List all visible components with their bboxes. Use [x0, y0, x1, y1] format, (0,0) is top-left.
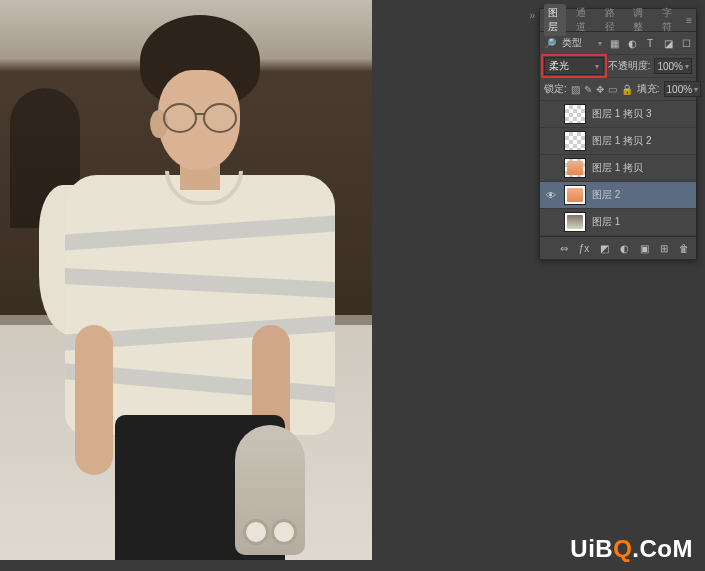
lock-all-icon[interactable]: 🔒: [621, 83, 633, 95]
visibility-toggle[interactable]: 👁: [544, 215, 558, 229]
watermark: UiBQ.CoM: [570, 535, 693, 563]
layer-list: 👁 图层 1 拷贝 3 👁 图层 1 拷贝 2 👁 图层 1 拷贝 👁 图层 2: [540, 101, 696, 236]
layer-name[interactable]: 图层 2: [592, 188, 692, 202]
filter-adjust-icon[interactable]: ◐: [626, 37, 638, 49]
lock-artboard-icon[interactable]: ▭: [608, 83, 617, 95]
opacity-value: 100%: [657, 61, 683, 72]
blend-mode-select[interactable]: 柔光 ▾: [544, 57, 604, 75]
opacity-input[interactable]: 100% ▾: [654, 58, 692, 74]
layer-row[interactable]: 👁 图层 1 拷贝: [540, 155, 696, 182]
photo-subject: [45, 15, 345, 555]
blend-opacity-row: 柔光 ▾ 不透明度: 100% ▾: [540, 55, 696, 78]
filter-text-icon[interactable]: T: [644, 37, 656, 49]
layer-row[interactable]: 👁 图层 1 拷贝 2: [540, 128, 696, 155]
layer-row[interactable]: 👁 图层 2: [540, 182, 696, 209]
lock-brush-icon[interactable]: ✎: [584, 83, 592, 95]
chevron-down-icon: ▾: [694, 85, 698, 94]
layer-row[interactable]: 👁 图层 1 拷贝 3: [540, 101, 696, 128]
lock-fill-row: 锁定: ▨ ✎ ✥ ▭ 🔒 填充: 100% ▾: [540, 78, 696, 101]
lock-position-icon[interactable]: ✥: [596, 83, 604, 95]
new-icon[interactable]: ⊞: [658, 242, 670, 254]
visibility-toggle[interactable]: 👁: [544, 134, 558, 148]
photo-glasses: [163, 103, 237, 129]
panel-tabs: 图层 通道 路径 调整 字符 ≡: [540, 9, 696, 32]
filter-pixel-icon[interactable]: ▦: [608, 37, 620, 49]
panel-menu-icon[interactable]: ≡: [686, 15, 692, 26]
blend-mode-value: 柔光: [549, 59, 569, 73]
panel-collapse-icon[interactable]: »: [529, 10, 535, 21]
watermark-text-2: .CoM: [632, 535, 693, 562]
tab-paths[interactable]: 路径: [601, 4, 623, 36]
visibility-toggle[interactable]: 👁: [544, 188, 558, 202]
layer-name[interactable]: 图层 1 拷贝: [592, 161, 692, 175]
filter-type-label: 类型: [562, 36, 582, 50]
layer-thumbnail[interactable]: [564, 185, 586, 205]
adjust-icon[interactable]: ◐: [618, 242, 630, 254]
lock-label: 锁定:: [544, 82, 567, 96]
layer-row[interactable]: 👁 图层 1: [540, 209, 696, 236]
chevron-down-icon: ▾: [685, 62, 689, 71]
link-icon[interactable]: ⇔: [558, 242, 570, 254]
layer-thumbnail[interactable]: [564, 131, 586, 151]
filter-shape-icon[interactable]: ◪: [662, 37, 674, 49]
layers-panel: 图层 通道 路径 调整 字符 ≡ 🔎 类型 ▾ ▦ ◐ T ◪ ☐ 柔光 ▾ 不…: [539, 8, 697, 260]
tab-adjust[interactable]: 调整: [629, 4, 651, 36]
layer-thumbnail[interactable]: [564, 212, 586, 232]
tab-channels[interactable]: 通道: [572, 4, 594, 36]
chevron-down-icon: ▾: [595, 62, 599, 71]
photo-arm-left: [75, 325, 113, 475]
fill-label: 填充:: [637, 82, 660, 96]
watermark-text-1: UiB: [570, 535, 613, 562]
layer-thumbnail[interactable]: [564, 104, 586, 124]
filter-type-dropdown[interactable]: ▾: [598, 39, 602, 48]
document-canvas[interactable]: [0, 0, 372, 560]
opacity-label: 不透明度:: [608, 59, 651, 73]
tab-char[interactable]: 字符: [658, 4, 680, 36]
group-icon[interactable]: ▣: [638, 242, 650, 254]
photo-skateboard: [235, 425, 305, 555]
fill-value: 100%: [667, 84, 693, 95]
fx-icon[interactable]: ƒx: [578, 242, 590, 254]
lock-transparent-icon[interactable]: ▨: [571, 83, 580, 95]
visibility-toggle[interactable]: 👁: [544, 107, 558, 121]
visibility-toggle[interactable]: 👁: [544, 161, 558, 175]
watermark-text-accent: Q: [613, 535, 632, 562]
panel-footer: ⇔ ƒx ◩ ◐ ▣ ⊞ 🗑: [540, 236, 696, 259]
filter-smart-icon[interactable]: ☐: [680, 37, 692, 49]
layer-thumbnail[interactable]: [564, 158, 586, 178]
layer-name[interactable]: 图层 1 拷贝 3: [592, 107, 692, 121]
layer-name[interactable]: 图层 1 拷贝 2: [592, 134, 692, 148]
search-icon[interactable]: 🔎: [544, 37, 556, 49]
trash-icon[interactable]: 🗑: [678, 242, 690, 254]
tab-layers[interactable]: 图层: [544, 4, 566, 36]
mask-icon[interactable]: ◩: [598, 242, 610, 254]
layer-name[interactable]: 图层 1: [592, 215, 692, 229]
fill-input[interactable]: 100% ▾: [664, 81, 702, 97]
